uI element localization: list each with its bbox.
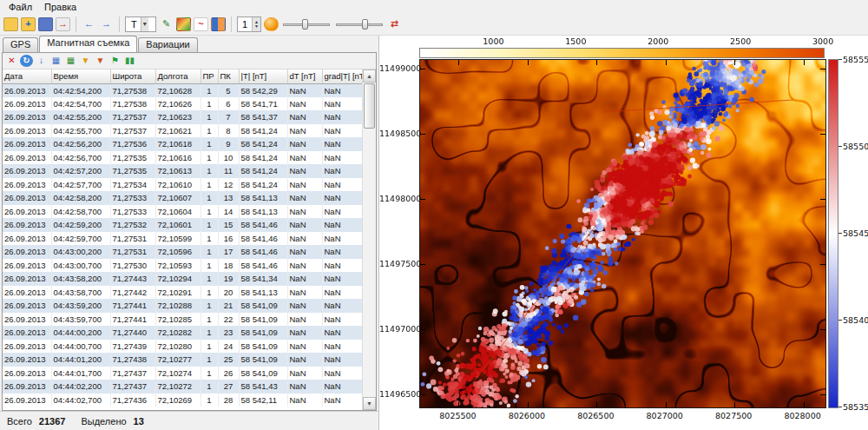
table-cell: 1 (201, 83, 218, 97)
tab-gps[interactable]: GPS (3, 37, 38, 52)
import-file-icon[interactable]: + (21, 17, 36, 31)
table-cell: 04:43:59,200 (51, 299, 110, 313)
table-row[interactable]: 26.09.201304:42:57,70071,2753472,1061011… (3, 178, 362, 192)
table-cell: NaN (322, 299, 362, 313)
table-row[interactable]: 26.09.201304:44:00,20071,2744072,1028212… (3, 326, 362, 340)
table-row[interactable]: 26.09.201304:43:58,20071,2744372,1029411… (3, 272, 362, 286)
column-header-3[interactable]: Долгота (155, 69, 201, 83)
table-row[interactable]: 26.09.201304:44:02,70071,2743672,1026912… (3, 394, 362, 407)
table-row[interactable]: 26.09.201304:44:01,70071,2743772,1027412… (3, 367, 362, 380)
table-cell: 04:42:56,200 (51, 137, 110, 151)
sphere-icon[interactable] (264, 17, 279, 31)
vertical-scrollbar[interactable]: ▲ ▼ (362, 69, 376, 410)
table-cell: 58 541,46 (239, 232, 287, 246)
table-row[interactable]: 26.09.201304:42:59,20071,2753272,1060111… (3, 218, 362, 232)
table-cell: 04:42:57,700 (51, 178, 110, 192)
color-map-icon[interactable] (176, 17, 191, 31)
tab-variations[interactable]: Вариации (138, 37, 197, 52)
table-row[interactable]: 26.09.201304:43:59,20071,2744172,1028812… (3, 299, 362, 313)
table-row[interactable]: 26.09.201304:42:58,70071,2753372,1060411… (3, 205, 362, 219)
layers-icon[interactable] (211, 17, 226, 31)
table-row[interactable]: 26.09.201304:43:00,20071,2753172,1059611… (3, 245, 362, 259)
column-header-0[interactable]: Дата (3, 69, 51, 83)
table-cell: 58 541,46 (239, 259, 287, 273)
table-row[interactable]: 26.09.201304:42:55,70071,2753772,1062118… (3, 124, 362, 138)
table-cell: NaN (287, 232, 322, 246)
table-row[interactable]: 26.09.201304:42:55,20071,2753772,1062317… (3, 110, 362, 124)
column-header-2[interactable]: Широта (110, 69, 155, 83)
table-cell: 1 (201, 286, 218, 300)
scroll-down-button[interactable]: ▼ (363, 397, 376, 410)
status-selected-label: Выделено (81, 416, 126, 427)
table-row[interactable]: 26.09.201304:42:57,20071,2753572,1061311… (3, 164, 362, 178)
scale-slider[interactable] (281, 17, 332, 31)
delete-selected-icon[interactable]: ✕ (5, 55, 18, 67)
table-cell: NaN (322, 110, 362, 124)
table-cell: 58 541,09 (239, 299, 287, 313)
statistics-icon[interactable]: ▮▮ (123, 55, 136, 67)
export-grid-icon[interactable]: ▦ (64, 55, 77, 67)
table-cell: 5 (218, 83, 239, 97)
text-tool-combo[interactable]: T▾ (125, 17, 156, 32)
table-row[interactable]: 26.09.201304:42:54,70071,2753872,1062616… (3, 97, 362, 111)
export-report-icon[interactable]: → (56, 17, 70, 31)
tab-magnetic-survey[interactable]: Магнитная съемка (39, 36, 137, 52)
save-icon[interactable] (38, 17, 53, 31)
move-down-icon[interactable]: ↓ (35, 55, 48, 67)
flag-icon[interactable]: ⚑ (108, 55, 122, 67)
table-cell: 71,27531 (110, 232, 155, 246)
recalc-icon[interactable]: ↻ (20, 55, 33, 67)
table-row[interactable]: 26.09.201304:42:56,70071,2753572,1061611… (3, 151, 362, 165)
column-header-7[interactable]: dT [nT] (287, 69, 322, 83)
table-cell: 1 (201, 245, 218, 259)
table-cell: NaN (287, 313, 322, 327)
scrollbar-thumb[interactable] (364, 83, 375, 129)
table-row[interactable]: 26.09.201304:44:02,20071,2743772,1027212… (3, 380, 362, 394)
table-cell: 71,27438 (110, 353, 155, 367)
slider-thumb[interactable] (362, 19, 368, 30)
transparency-slider[interactable] (334, 17, 385, 31)
table-cell: 26.09.2013 (3, 232, 51, 246)
scroll-up-button[interactable]: ▲ (363, 69, 376, 83)
grid-view-icon[interactable]: ▦ (49, 55, 62, 67)
column-header-8[interactable]: grad|T| [nT] (322, 69, 362, 83)
profile-plot-icon[interactable]: ~ (194, 17, 208, 31)
slider-thumb[interactable] (302, 19, 308, 30)
column-header-5[interactable]: ПК (218, 69, 239, 83)
table-row[interactable]: 26.09.201304:42:58,20071,2753372,1060711… (3, 191, 362, 205)
filter-icon[interactable]: ▼ (79, 55, 92, 67)
table-cell: 72,10599 (155, 232, 201, 246)
table-cell: NaN (322, 164, 362, 178)
active-line-spin[interactable]: 1▲▼ (237, 17, 261, 32)
table-row[interactable]: 26.09.201304:43:00,70071,2753072,1059311… (3, 259, 362, 273)
column-header-6[interactable]: |T| [nT] (239, 69, 287, 83)
table-row[interactable]: 26.09.201304:43:59,70071,2744172,1028512… (3, 313, 362, 327)
table-row[interactable]: 26.09.201304:44:00,70071,2743972,1028012… (3, 340, 362, 354)
table-row[interactable]: 26.09.201304:42:54,20071,2753872,1062815… (3, 83, 362, 97)
menu-file[interactable]: Файл (3, 2, 37, 12)
undo-icon[interactable]: ← (82, 17, 96, 31)
table-cell: 12 (218, 178, 239, 192)
column-header-4[interactable]: ПР (201, 69, 218, 83)
map-plot[interactable] (419, 59, 826, 408)
table-cell: 58 541,24 (239, 178, 287, 192)
filter-edit-icon[interactable]: ▼ (94, 55, 107, 67)
table-cell: 71,27442 (110, 286, 155, 300)
table-cell: 26.09.2013 (3, 83, 51, 97)
menu-edit[interactable]: Правка (39, 2, 82, 12)
toolbar-separator (76, 17, 76, 32)
sync-arrows-icon[interactable]: ⇄ (387, 17, 402, 31)
redo-icon[interactable]: → (99, 17, 114, 31)
table-cell: 58 541,09 (239, 367, 287, 380)
spin-down-icon[interactable]: ▼ (254, 24, 259, 29)
open-project-icon[interactable] (3, 17, 18, 31)
column-header-1[interactable]: Время (51, 69, 110, 83)
table-row[interactable]: 26.09.201304:43:58,70071,2744272,1029112… (3, 286, 362, 300)
table-cell: 71,27532 (110, 218, 155, 232)
field-tick-label: 58550 (843, 142, 868, 151)
table-row[interactable]: 26.09.201304:42:59,70071,2753172,1059911… (3, 232, 362, 246)
menu-bar: Файл Правка (0, 0, 868, 13)
edit-mode-icon[interactable]: ✎ (159, 17, 174, 31)
table-row[interactable]: 26.09.201304:42:56,20071,2753672,1061819… (3, 137, 362, 151)
table-row[interactable]: 26.09.201304:44:01,20071,2743872,1027712… (3, 353, 362, 367)
